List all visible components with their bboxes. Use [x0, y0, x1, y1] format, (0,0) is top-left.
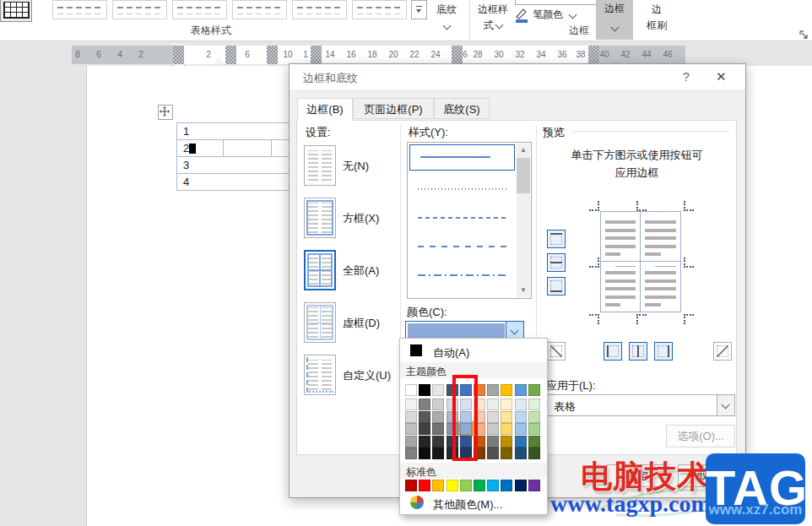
style-item-dotted[interactable] — [418, 188, 507, 190]
theme-color-swatch[interactable] — [501, 384, 512, 396]
scroll-down-icon[interactable]: ▼ — [517, 284, 530, 297]
theme-variant-swatch[interactable] — [405, 423, 417, 435]
table-style-thumbnail[interactable] — [112, 0, 167, 19]
standard-color-swatch[interactable] — [447, 480, 458, 491]
theme-color-swatch[interactable] — [405, 384, 417, 396]
tab-shading[interactable]: 底纹(S) — [434, 98, 490, 119]
standard-color-swatch[interactable] — [405, 480, 417, 491]
table-style-selected[interactable] — [0, 0, 32, 22]
inside-vertical-border-button[interactable] — [629, 342, 647, 361]
theme-variant-swatch[interactable] — [528, 423, 540, 435]
style-item-dash-dot[interactable] — [418, 274, 507, 276]
apply-to-combobox[interactable]: 表格 — [546, 394, 735, 416]
theme-variant-swatch[interactable] — [501, 399, 512, 410]
dialog-titlebar[interactable]: 边框和底纹 ? ✕ — [290, 64, 745, 89]
tab-page-border[interactable]: 页面边框(P) — [353, 98, 434, 119]
style-item-dashed-large[interactable] — [418, 246, 507, 247]
setting-none[interactable] — [304, 145, 336, 186]
tab-borders[interactable]: 边框(B) — [297, 98, 353, 121]
preview-cell[interactable] — [601, 212, 641, 262]
theme-color-swatch[interactable] — [432, 384, 444, 396]
style-listbox[interactable]: ▲ ▼ — [407, 142, 532, 299]
theme-variant-swatch[interactable] — [432, 399, 444, 410]
standard-color-swatch[interactable] — [487, 480, 499, 491]
preview-cell[interactable] — [601, 262, 641, 312]
top-border-button[interactable] — [547, 230, 566, 248]
theme-variant-swatch[interactable] — [405, 436, 417, 447]
automatic-color-label[interactable]: 自动(A) — [433, 345, 469, 361]
standard-color-swatch[interactable] — [432, 480, 444, 491]
theme-color-swatch[interactable] — [487, 384, 499, 396]
close-icon[interactable]: ✕ — [716, 69, 727, 84]
bottom-border-button[interactable] — [547, 277, 566, 296]
diagonal-down-border-button[interactable] — [547, 342, 566, 361]
theme-variant-swatch[interactable] — [432, 411, 444, 423]
theme-variant-swatch[interactable] — [487, 411, 499, 423]
theme-variant-swatch[interactable] — [487, 399, 499, 410]
theme-variant-swatch[interactable] — [405, 399, 417, 410]
theme-variant-swatch[interactable] — [501, 411, 512, 423]
standard-color-swatch[interactable] — [501, 480, 512, 491]
theme-variant-swatch[interactable] — [528, 436, 540, 447]
color-dropdown-button[interactable] — [506, 322, 523, 339]
theme-variant-swatch[interactable] — [487, 447, 499, 459]
standard-color-swatch[interactable] — [528, 480, 540, 491]
inside-horizontal-border-button[interactable] — [547, 253, 566, 272]
theme-variant-swatch[interactable] — [487, 436, 499, 447]
apply-to-dropdown-button[interactable] — [717, 395, 734, 415]
theme-color-swatch[interactable] — [528, 384, 540, 396]
table-column-marker[interactable] — [452, 46, 463, 64]
dialog-launcher-icon[interactable] — [798, 28, 809, 38]
theme-variant-swatch[interactable] — [515, 423, 527, 435]
theme-color-swatch[interactable] — [419, 384, 430, 396]
theme-variant-swatch[interactable] — [405, 447, 417, 459]
table-style-thumbnail[interactable] — [52, 0, 107, 19]
theme-variant-swatch[interactable] — [515, 399, 527, 410]
table-style-thumbnail[interactable] — [232, 0, 287, 19]
theme-variant-swatch[interactable] — [528, 447, 540, 459]
theme-variant-swatch[interactable] — [501, 447, 512, 459]
theme-variant-swatch[interactable] — [405, 411, 417, 423]
theme-variant-swatch[interactable] — [419, 399, 430, 410]
standard-color-swatch[interactable] — [515, 480, 527, 491]
table-column-marker[interactable] — [225, 46, 236, 64]
theme-variant-swatch[interactable] — [528, 399, 540, 410]
more-colors-item[interactable]: 其他颜色(M)... — [433, 497, 502, 512]
scroll-up-icon[interactable]: ▲ — [517, 144, 530, 157]
theme-variant-swatch[interactable] — [419, 423, 430, 435]
setting-grid[interactable] — [304, 302, 336, 343]
theme-variant-swatch[interactable] — [432, 436, 444, 447]
theme-variant-swatch[interactable] — [487, 423, 499, 435]
theme-variant-swatch[interactable] — [515, 411, 527, 423]
table-column-marker[interactable] — [173, 46, 184, 64]
diagonal-up-border-button[interactable] — [713, 342, 732, 361]
theme-variant-swatch[interactable] — [432, 447, 444, 459]
standard-color-swatch[interactable] — [460, 480, 472, 491]
options-button[interactable]: 选项(O)... — [666, 425, 735, 447]
ok-button[interactable]: 确定 — [607, 464, 668, 487]
preview-cell[interactable] — [641, 212, 680, 262]
theme-variant-swatch[interactable] — [528, 411, 540, 423]
setting-all[interactable] — [304, 250, 336, 290]
table-column-marker[interactable] — [267, 46, 278, 64]
table-column-marker[interactable] — [588, 46, 599, 64]
table-move-handle[interactable] — [158, 105, 173, 120]
theme-variant-swatch[interactable] — [419, 411, 430, 423]
theme-variant-swatch[interactable] — [515, 436, 527, 447]
table-style-thumbnail[interactable] — [172, 0, 227, 19]
cancel-button[interactable]: 取消 — [678, 464, 739, 487]
preview-cell[interactable] — [641, 262, 680, 312]
setting-box[interactable] — [304, 198, 336, 238]
table-column-marker[interactable] — [311, 46, 322, 64]
left-border-button[interactable] — [604, 342, 622, 361]
right-border-button[interactable] — [654, 342, 673, 361]
theme-variant-swatch[interactable] — [501, 436, 512, 447]
gallery-more-button[interactable] — [411, 0, 427, 19]
theme-variant-swatch[interactable] — [501, 423, 512, 435]
standard-color-swatch[interactable] — [419, 480, 430, 491]
theme-variant-swatch[interactable] — [515, 447, 527, 459]
theme-variant-swatch[interactable] — [419, 447, 430, 459]
style-item-dashed[interactable] — [418, 217, 507, 219]
line-weight-combobox[interactable] — [515, 0, 601, 5]
theme-color-swatch[interactable] — [515, 384, 527, 396]
